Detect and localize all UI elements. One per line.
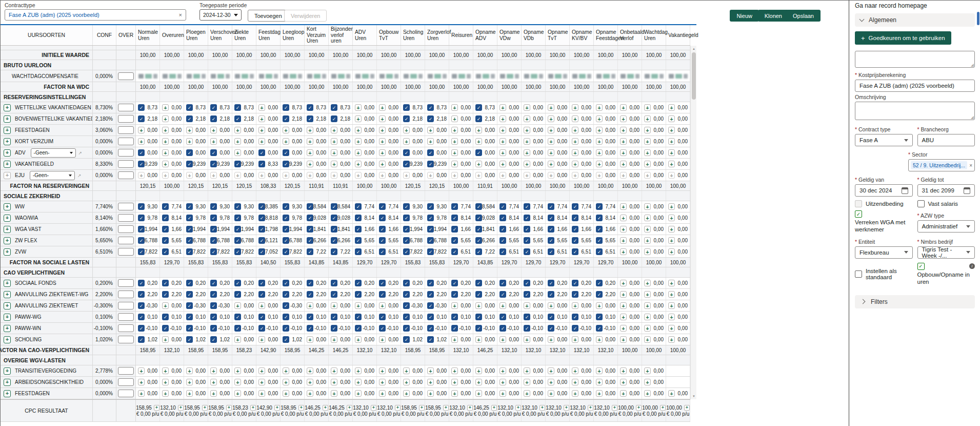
cell-add-button[interactable]: + xyxy=(427,390,434,397)
cell-checkbox-checked[interactable]: ✓ xyxy=(210,104,217,111)
cell-add-button[interactable]: + xyxy=(379,367,386,374)
cell-add-button[interactable]: + xyxy=(475,336,482,343)
cell-add-button[interactable]: + xyxy=(499,127,506,133)
cell-checkbox-checked[interactable]: ✓ xyxy=(210,336,217,343)
cell-add-button[interactable]: + xyxy=(355,161,362,167)
nmbrs-bedrijf-select[interactable]: Tigris Test - Week -/... xyxy=(917,246,975,259)
cell-add-button[interactable]: + xyxy=(644,280,651,286)
cell-add-button[interactable]: + xyxy=(524,367,530,374)
cell-checkbox-checked[interactable]: ✓ xyxy=(379,291,386,298)
cell-add-button[interactable]: + xyxy=(355,138,362,145)
cell-checkbox-checked[interactable]: ✓ xyxy=(427,161,434,167)
cell-checkbox-checked[interactable]: ✓ xyxy=(355,237,362,244)
cell-checkbox-checked[interactable]: ✓ xyxy=(283,215,289,221)
cell-checkbox-checked[interactable]: ✓ xyxy=(475,149,482,156)
cell-add-button[interactable]: + xyxy=(548,336,554,343)
expand-row-icon[interactable]: + xyxy=(4,379,11,386)
cell-checkbox-checked[interactable]: ✓ xyxy=(186,161,193,167)
cell-add-button[interactable]: + xyxy=(210,379,217,385)
expand-row-icon[interactable]: + xyxy=(4,325,11,332)
cell-checkbox-checked[interactable]: ✓ xyxy=(355,325,362,332)
cell-checkbox-checked[interactable]: ✓ xyxy=(258,226,265,233)
cell-add-button[interactable]: + xyxy=(499,138,506,145)
expand-row-icon[interactable]: + xyxy=(4,367,11,375)
cell-checkbox-checked[interactable]: ✓ xyxy=(427,325,434,332)
cell-checkbox-checked[interactable]: ✓ xyxy=(283,302,289,309)
cell-checkbox-checked[interactable]: ✓ xyxy=(162,291,169,298)
expand-row-icon[interactable]: + xyxy=(4,149,11,157)
cell-add-button[interactable]: + xyxy=(234,367,241,374)
cell-add-button[interactable]: + xyxy=(138,367,145,374)
cell-add-button[interactable]: + xyxy=(668,127,675,133)
cell-add-button[interactable]: + xyxy=(258,138,265,145)
cell-add-button[interactable]: + xyxy=(154,405,159,411)
cell-checkbox-checked[interactable]: ✓ xyxy=(524,237,530,244)
cell-add-button[interactable]: + xyxy=(620,138,627,145)
cell-add-button[interactable]: + xyxy=(620,237,627,244)
cell-add-button[interactable]: + xyxy=(234,138,241,145)
cell-add-button[interactable]: + xyxy=(258,302,265,309)
cell-add-button[interactable]: + xyxy=(307,161,313,167)
expand-row-icon[interactable]: + xyxy=(4,127,11,134)
expand-row-icon[interactable]: + xyxy=(4,336,11,343)
cell-checkbox-checked[interactable]: ✓ xyxy=(524,226,530,233)
cell-add-button[interactable]: + xyxy=(355,115,362,122)
cell-checkbox-checked[interactable]: ✓ xyxy=(475,226,482,233)
cell-add-button[interactable]: + xyxy=(644,226,651,233)
cell-checkbox-checked[interactable]: ✓ xyxy=(138,161,145,167)
cell-checkbox-checked[interactable]: ✓ xyxy=(572,203,578,210)
cell-checkbox-checked[interactable]: ✓ xyxy=(210,149,217,156)
cell-add-button[interactable]: + xyxy=(644,367,651,374)
cell-checkbox-checked[interactable]: ✓ xyxy=(234,237,241,244)
cell-add-button[interactable]: + xyxy=(379,336,386,343)
cell-checkbox-checked[interactable]: ✓ xyxy=(210,325,217,332)
cell-checkbox-checked[interactable]: ✓ xyxy=(403,280,410,286)
cell-add-button[interactable]: + xyxy=(379,104,386,111)
cell-checkbox-checked[interactable]: ✓ xyxy=(138,215,145,221)
cell-add-button[interactable]: + xyxy=(355,302,362,309)
cell-checkbox-checked[interactable]: ✓ xyxy=(283,280,289,286)
cell-checkbox-checked[interactable]: ✓ xyxy=(186,325,193,332)
scroll-down-icon[interactable]: ▼ xyxy=(691,393,697,399)
cell-add-button[interactable]: + xyxy=(403,379,410,385)
cell-add-button[interactable]: + xyxy=(668,291,675,298)
cell-add-button[interactable]: + xyxy=(258,367,265,374)
cell-add-button[interactable]: + xyxy=(162,127,169,133)
notes-textarea[interactable]: ◢ xyxy=(855,51,975,68)
record-homepage-link[interactable]: Ga naar record homepage xyxy=(855,2,975,9)
cell-checkbox-checked[interactable]: ✓ xyxy=(524,280,530,286)
instellen-standaard-checkbox[interactable] xyxy=(855,270,862,278)
cell-checkbox-checked[interactable]: ✓ xyxy=(427,215,434,221)
algemeen-section-header[interactable]: Algemeen xyxy=(855,13,975,27)
cell-checkbox-checked[interactable]: ✓ xyxy=(475,215,482,221)
cell-add-button[interactable]: + xyxy=(355,379,362,385)
cell-add-button[interactable]: + xyxy=(499,302,506,309)
over-input[interactable] xyxy=(118,138,134,145)
cell-checkbox-checked[interactable]: ✓ xyxy=(258,314,265,320)
cell-checkbox-checked[interactable]: ✓ xyxy=(403,291,410,298)
over-input[interactable] xyxy=(118,390,134,397)
cell-add-button[interactable]: + xyxy=(234,336,241,343)
cell-add-button[interactable]: + xyxy=(451,390,458,397)
cell-add-button[interactable]: + xyxy=(186,379,193,385)
cell-add-button[interactable]: + xyxy=(572,379,578,385)
sector-field[interactable]: 52 / 9. Uitzendbedrij... × xyxy=(908,159,975,171)
cell-add-button[interactable]: + xyxy=(234,390,241,397)
cell-add-button[interactable]: + xyxy=(467,405,473,411)
cell-add-button[interactable]: + xyxy=(258,127,265,133)
cell-add-button[interactable]: + xyxy=(210,367,217,374)
omschrijving-textarea[interactable]: ◢ xyxy=(855,102,975,120)
cell-add-button[interactable]: + xyxy=(355,149,362,156)
cell-checkbox-checked[interactable]: ✓ xyxy=(427,302,434,309)
cell-checkbox-checked[interactable]: ✓ xyxy=(234,291,241,298)
cell-add-button[interactable]: + xyxy=(331,379,337,385)
cell-add-button[interactable]: + xyxy=(668,215,675,221)
cell-checkbox-checked[interactable]: ✓ xyxy=(596,237,603,244)
cell-add-button[interactable]: + xyxy=(427,127,434,133)
cell-add-button[interactable]: + xyxy=(355,336,362,343)
over-input[interactable] xyxy=(118,225,134,233)
cell-add-button[interactable]: + xyxy=(644,203,651,210)
cell-checkbox-checked[interactable]: ✓ xyxy=(524,325,530,332)
cell-add-button[interactable]: + xyxy=(644,104,651,111)
cell-add-button[interactable]: + xyxy=(644,291,651,298)
